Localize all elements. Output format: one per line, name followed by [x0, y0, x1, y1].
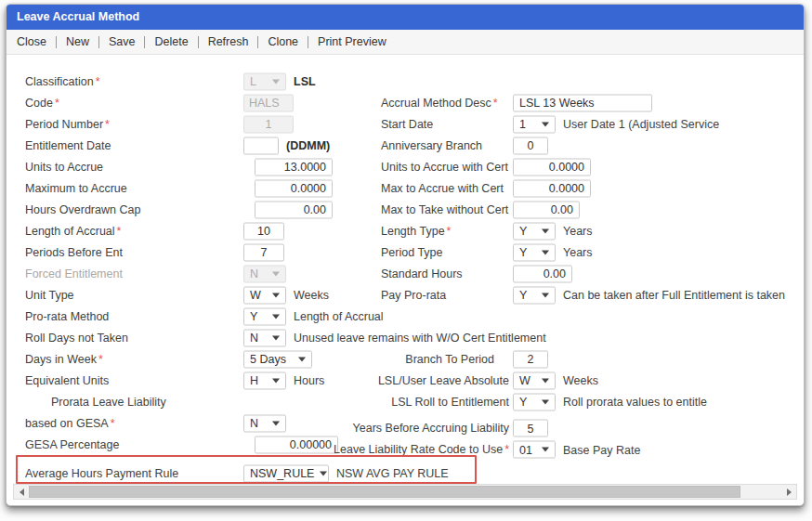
length-of-accrual-label: Length of Accrual* [25, 225, 121, 238]
chevron-down-icon [542, 250, 549, 254]
equivalent-units-select[interactable]: H [243, 371, 286, 389]
required-mark: * [55, 97, 59, 110]
pro-rata-method-label: Pro-rata Method [25, 310, 109, 323]
form-row: based on GESA* N Years Before Accruing L… [7, 412, 804, 434]
average-hours-payment-rule-select[interactable]: NSW_RULE [243, 464, 329, 482]
leave-accrual-method-window: Leave Accrual Method Close New Save Dele… [6, 4, 805, 506]
pay-pro-rata-label: Pay Pro-rata [381, 289, 446, 302]
lsl-user-leave-absolute-label: LSL/User Leave Absolute [285, 374, 509, 387]
chevron-down-icon [272, 79, 280, 84]
form-row: Periods Before Ent Period Type Y Years [7, 241, 804, 263]
standard-hours-input[interactable] [513, 265, 572, 282]
leave-liability-rate-code-select[interactable]: 01 [513, 441, 556, 459]
based-on-gesa-label: based on GESA* [25, 417, 115, 430]
periods-before-ent-input[interactable] [243, 243, 284, 261]
chevron-down-icon [542, 228, 549, 233]
toolbar-separator [257, 36, 258, 48]
chevron-down-icon [542, 448, 549, 452]
pro-rata-method-suffix: Length of Accrual [294, 310, 384, 323]
new-button[interactable]: New [65, 35, 90, 48]
required-mark: * [96, 75, 100, 88]
scroll-right-button[interactable] [781, 485, 796, 499]
period-number-input[interactable] [243, 115, 294, 133]
required-mark: * [117, 225, 122, 238]
branch-to-period-label: Branch To Period [285, 353, 494, 366]
average-hours-payment-rule-suffix: NSW AVG PAY RULE [336, 467, 449, 480]
forced-entitlement-select[interactable]: N [243, 265, 286, 282]
classification-select[interactable]: L [243, 72, 286, 90]
toolbar: Close New Save Delete Refresh Clone Prin… [7, 30, 804, 55]
accrual-method-desc-input[interactable] [513, 94, 652, 111]
start-date-select[interactable]: 1 [513, 115, 556, 133]
length-of-accrual-input[interactable] [243, 222, 284, 240]
scroll-left-button[interactable] [14, 485, 29, 499]
lsl-user-leave-absolute-select[interactable]: W [513, 371, 556, 389]
start-date-label: Start Date [381, 118, 433, 131]
max-to-take-without-cert-label: Max to Take without Cert [381, 203, 508, 216]
accrual-method-desc-label: Accrual Method Desc* [381, 97, 498, 110]
form-row: Forced Entitlement N Standard Hours [7, 263, 804, 284]
toolbar-separator [198, 36, 199, 48]
required-mark: * [493, 97, 498, 110]
arrow-right-icon [787, 488, 792, 496]
entitlement-date-input[interactable] [243, 137, 279, 154]
period-type-suffix: Years [563, 246, 593, 259]
branch-to-period-input[interactable] [513, 350, 548, 368]
based-on-gesa-select[interactable]: N [243, 414, 286, 432]
form-row: Average Hours Payment Rule NSW_RULE NSW … [7, 462, 804, 484]
leave-liability-rate-code-label: Leave Liability Rate Code to Use* [285, 443, 509, 456]
form-row: GESA Percentage Leave Liability Rate Cod… [7, 434, 804, 455]
roll-days-not-taken-select[interactable]: N [243, 329, 286, 346]
form-row: Period Number* Start Date 1 User Date 1 … [7, 113, 804, 135]
form-row: Code* Accrual Method Desc* [7, 92, 804, 113]
unit-type-suffix: Weeks [294, 289, 329, 302]
clone-button[interactable]: Clone [267, 35, 299, 48]
max-to-accrue-with-cert-input[interactable] [513, 179, 591, 197]
chevron-down-icon [272, 293, 280, 297]
max-to-accrue-with-cert-label: Max to Accrue with Cert [381, 182, 504, 195]
toolbar-separator [144, 36, 145, 48]
lsl-roll-to-entitlement-select[interactable]: Y [513, 393, 556, 410]
print-preview-button[interactable]: Print Preview [317, 35, 387, 48]
days-in-week-label: Days in Week* [25, 353, 103, 366]
code-input[interactable] [243, 94, 294, 111]
refresh-button[interactable]: Refresh [207, 35, 250, 48]
lsl-roll-to-entitlement-label: LSL Roll to Entitlement [285, 396, 509, 409]
classification-suffix: LSL [294, 75, 316, 88]
form-row: Maximum to Accrue Max to Accrue with Cer… [7, 177, 804, 199]
form-row: Roll Days not Taken N Unused leave remai… [7, 327, 804, 348]
pay-pro-rata-select[interactable]: Y [513, 286, 556, 304]
classification-label: Classification* [25, 75, 100, 88]
chevron-down-icon [272, 378, 280, 383]
anniversary-branch-input[interactable] [513, 137, 548, 154]
form-row: Classification* L LSL [7, 71, 804, 92]
maximum-to-accrue-input[interactable] [255, 179, 333, 197]
period-number-label: Period Number* [25, 118, 110, 131]
length-type-suffix: Years [563, 225, 593, 238]
close-button[interactable]: Close [16, 35, 47, 48]
form-row: Units to Accrue Units to Accrue with Cer… [7, 156, 804, 177]
save-button[interactable]: Save [108, 35, 137, 48]
unit-type-label: Unit Type [25, 289, 74, 302]
max-to-take-without-cert-input[interactable] [513, 201, 580, 218]
length-type-select[interactable]: Y [513, 222, 556, 240]
units-to-accrue-with-cert-input[interactable] [513, 158, 591, 176]
pro-rata-method-select[interactable]: Y [243, 307, 286, 325]
scrollbar-thumb[interactable] [29, 486, 740, 498]
hours-overdrawn-cap-input[interactable] [255, 201, 333, 218]
form-row: Hours Overdrawn Cap Max to Take without … [7, 199, 804, 220]
toolbar-separator [98, 36, 99, 48]
horizontal-scrollbar[interactable] [13, 484, 797, 500]
period-type-select[interactable]: Y [513, 243, 556, 261]
hours-overdrawn-cap-label: Hours Overdrawn Cap [25, 203, 140, 216]
form-row: Unit Type W Weeks Pay Pro-rata Y Can be … [7, 284, 804, 306]
units-to-accrue-with-cert-label: Units to Accrue with Cert [381, 161, 508, 174]
title-bar: Leave Accrual Method [7, 5, 804, 30]
length-type-label: Length Type* [381, 225, 451, 238]
delete-button[interactable]: Delete [153, 35, 189, 48]
chevron-down-icon [272, 335, 280, 340]
units-to-accrue-input[interactable] [255, 158, 333, 176]
form-row: Entitlement Date (DDMM) Anniversary Bran… [7, 135, 804, 156]
unit-type-select[interactable]: W [243, 286, 286, 304]
entitlement-date-label: Entitlement Date [25, 139, 111, 152]
